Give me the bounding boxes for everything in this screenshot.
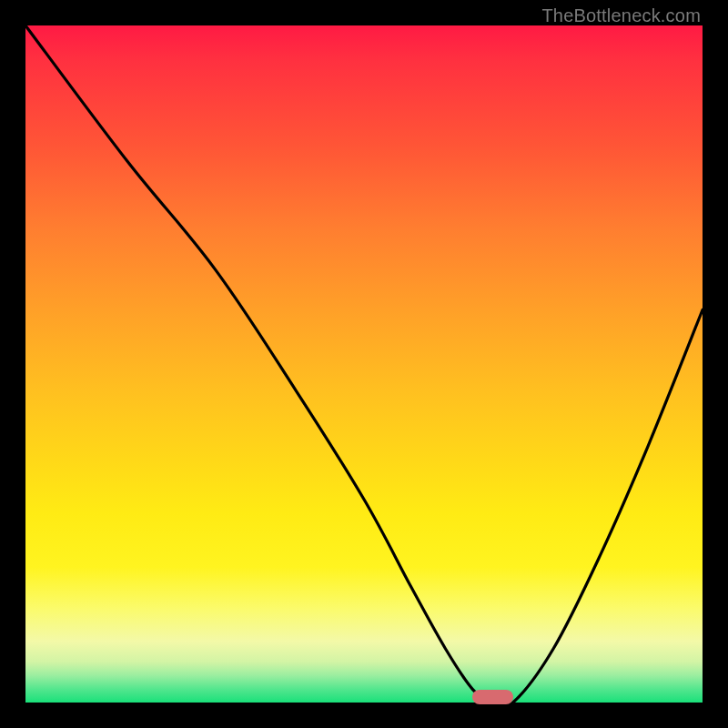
optimal-marker [472, 690, 513, 704]
bottleneck-curve [25, 25, 703, 703]
watermark-text: TheBottleneck.com [541, 5, 701, 26]
